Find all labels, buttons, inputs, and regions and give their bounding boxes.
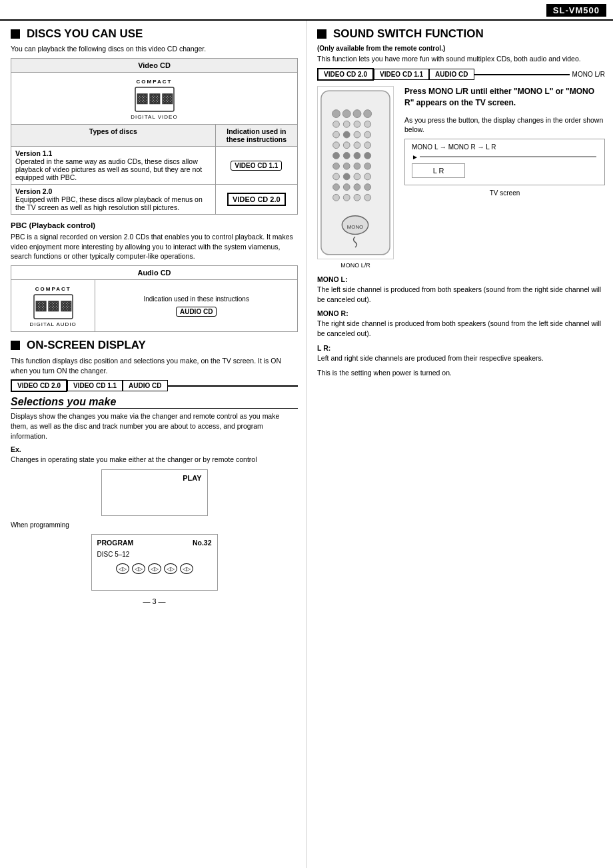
version11-cell: Version 1.1 Operated in the same way as … [11, 147, 216, 185]
svg-text:▩▩▩: ▩▩▩ [135, 91, 173, 105]
audio-indication-label: Indication used in these instructions [99, 295, 293, 303]
selections-desc: Displays show the changes you make via t… [11, 411, 298, 441]
svg-point-32 [364, 173, 371, 180]
pbc-title: PBC (Playback control) [11, 221, 298, 229]
header: SL-VM500 [0, 0, 613, 21]
osd-videocd20-tab[interactable]: VIDEO CD 2.0 [11, 379, 67, 392]
discs-desc: You can playback the following discs on … [11, 45, 298, 53]
svg-point-37 [333, 194, 340, 201]
video-cd-logo-cell: COMPACT ▩▩▩ DIGITAL VIDEO [11, 73, 298, 125]
svg-point-20 [364, 142, 371, 149]
svg-text:MONO: MONO [347, 224, 363, 230]
remote-instructions: Press MONO L/R until either "MONO L" or … [404, 86, 605, 197]
osd-desc: This function displays disc position and… [11, 356, 298, 375]
sound-title-block [317, 29, 326, 39]
osd-tab-line [168, 385, 298, 387]
svg-point-24 [364, 153, 371, 159]
sound-switch-desc: This function lets you have more fun wit… [317, 55, 605, 63]
mono-r-desc: The right side channel is produced from … [317, 319, 605, 338]
svg-point-22 [343, 153, 350, 159]
osd-audiocd-tab[interactable]: AUDIO CD [123, 380, 167, 391]
types-header: Types of discs [11, 125, 216, 147]
prog-icon-5: ◁▷ [180, 563, 193, 574]
svg-point-13 [333, 131, 340, 138]
sequence-label: MONO L → MONO R → L R [412, 143, 598, 151]
video-cd-header: Video CD [11, 59, 298, 73]
mono-lr-tab-label: MONO L/R [570, 71, 605, 78]
version20-cell: Version 2.0 Equipped with PBC, these dis… [11, 185, 216, 215]
svg-point-21 [333, 153, 340, 159]
tv-screen-label: TV screen [404, 189, 605, 197]
sound-videocd20-tab[interactable]: VIDEO CD 2.0 [317, 68, 374, 81]
title-block-icon [11, 29, 20, 39]
svg-point-26 [343, 163, 350, 169]
play-display-box: PLAY [101, 469, 208, 516]
osd-videocd11-tab[interactable]: VIDEO CD 1.1 [67, 380, 123, 391]
remote-diagram: MONO MONO L/R Press MONO L/R until eithe… [317, 86, 605, 269]
osd-section-title: ON-SCREEN DISPLAY [11, 339, 298, 352]
osd-disc-selector: VIDEO CD 2.0 VIDEO CD 1.1 AUDIO CD [11, 379, 298, 392]
svg-point-39 [354, 194, 360, 201]
svg-point-29 [333, 173, 340, 180]
sound-tab-line [474, 74, 570, 75]
svg-point-5 [332, 110, 340, 118]
digital-audio-label: DIGITAL AUDIO [11, 321, 95, 327]
prog-icon-3: ◁▷ [148, 563, 161, 574]
svg-point-27 [354, 163, 360, 169]
svg-point-14 [343, 131, 350, 138]
audio-cd-table: Audio CD COMPACT ▩▩▩ DIGITAL [11, 265, 298, 332]
prog-no: No.32 [193, 539, 212, 547]
when-programming-label: When programming [11, 521, 298, 529]
pbc-desc: PBC is a signal recorded on version 2.0 … [11, 232, 298, 261]
left-column: DISCS YOU CAN USE You can playback the f… [0, 21, 306, 868]
svg-point-17 [333, 142, 340, 149]
video-cd-table: Video CD COMPACT ▩▩▩ [11, 58, 298, 215]
audio-compact-label: COMPACT [35, 286, 71, 292]
lr-desc: Left and right side channels are produce… [317, 353, 605, 363]
right-column: SOUND SWITCH FUNCTION (Only available fr… [306, 21, 613, 868]
svg-point-19 [354, 142, 360, 149]
svg-point-9 [333, 121, 340, 127]
sound-videocd11-tab[interactable]: VIDEO CD 1.1 [374, 69, 429, 80]
compact-label: COMPACT [137, 79, 173, 85]
svg-point-7 [353, 110, 361, 118]
version11-badge-cell: VIDEO CD 1.1 [215, 147, 297, 185]
lr-box: L R [412, 163, 465, 178]
prog-icon-4: ◁▷ [164, 563, 177, 574]
svg-point-25 [333, 163, 340, 169]
mono-lr-diagram-label: MONO L/R [317, 262, 394, 269]
svg-point-12 [364, 121, 371, 127]
version20-badge-cell: VIDEO CD 2.0 [215, 185, 297, 215]
audio-cd-logo-cell: COMPACT ▩▩▩ DIGITAL AUDIO [11, 280, 95, 332]
selections-title: Selections you make [11, 396, 298, 409]
prog-disc-label: DISC 5–12 [97, 551, 212, 558]
prog-icon-2: ◁▷ [132, 563, 145, 574]
videocd11-badge: VIDEO CD 1.1 [231, 161, 282, 171]
mono-l-desc: The left side channel is produced from b… [317, 285, 605, 304]
program-display-box: PROGRAM No.32 DISC 5–12 ◁▷ ◁▷ ◁▷ ◁▷ ◁▷ [91, 534, 218, 591]
ex-label: Ex. [11, 445, 298, 453]
audio-cd-indication-cell: Indication used in these instructions AU… [95, 280, 298, 332]
page: SL-VM500 DISCS YOU CAN USE You can playb… [0, 0, 613, 868]
display-order-desc: As you press the button, the display cha… [404, 115, 605, 135]
sound-audiocd-tab[interactable]: AUDIO CD [429, 69, 474, 80]
remote-svg: MONO [317, 86, 394, 259]
prog-icons: ◁▷ ◁▷ ◁▷ ◁▷ ◁▷ [97, 563, 212, 574]
compact-disc-icon: ▩▩▩ [135, 87, 175, 112]
svg-point-31 [354, 173, 360, 180]
svg-point-36 [364, 184, 371, 191]
svg-point-38 [343, 194, 350, 201]
page-number: — 3 — [11, 597, 298, 605]
mono-r-title: MONO R: [317, 309, 605, 317]
press-instruction: Press MONO L/R until either "MONO L" or … [404, 86, 605, 109]
osd-title-block [11, 341, 20, 350]
svg-point-30 [343, 173, 350, 180]
svg-point-16 [364, 131, 371, 138]
svg-point-6 [342, 110, 350, 118]
svg-point-33 [333, 184, 340, 191]
ex-desc: Changes in operating state you make eith… [11, 455, 298, 465]
mono-section: MONO L: The left side channel is produce… [317, 275, 605, 378]
only-remote-label: (Only available from the remote control.… [317, 45, 605, 52]
svg-point-34 [343, 184, 350, 191]
sound-disc-selector: VIDEO CD 2.0 VIDEO CD 1.1 AUDIO CD MONO … [317, 68, 605, 81]
